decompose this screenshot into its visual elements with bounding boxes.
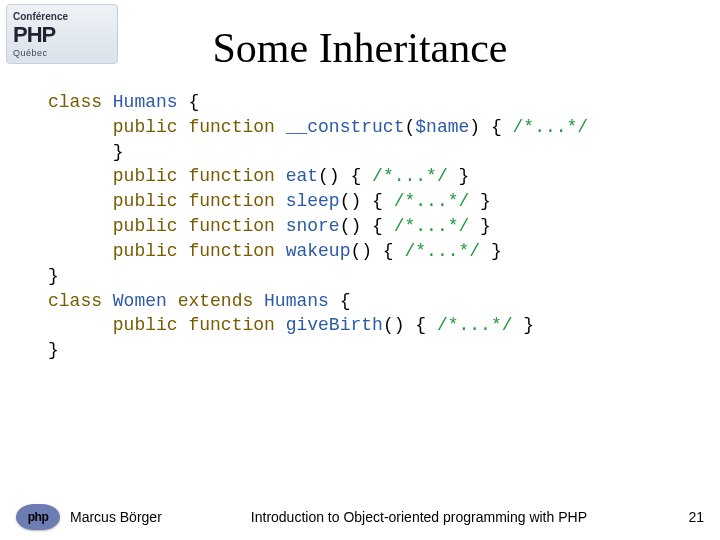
php-logo-icon: php	[16, 504, 60, 530]
slide-footer: php Marcus Börger Introduction to Object…	[0, 504, 720, 530]
conference-badge: Conférence PHP Québec	[6, 4, 118, 64]
footer-title: Introduction to Object-oriented programm…	[162, 509, 676, 525]
footer-page-number: 21	[676, 509, 704, 525]
badge-line3: Québec	[13, 48, 111, 58]
badge-line2: PHP	[13, 22, 111, 48]
badge-line1: Conférence	[13, 11, 111, 22]
php-logo-text: php	[28, 510, 49, 524]
footer-author: Marcus Börger	[70, 509, 162, 525]
code-block: class Humans { public function __constru…	[0, 90, 720, 363]
